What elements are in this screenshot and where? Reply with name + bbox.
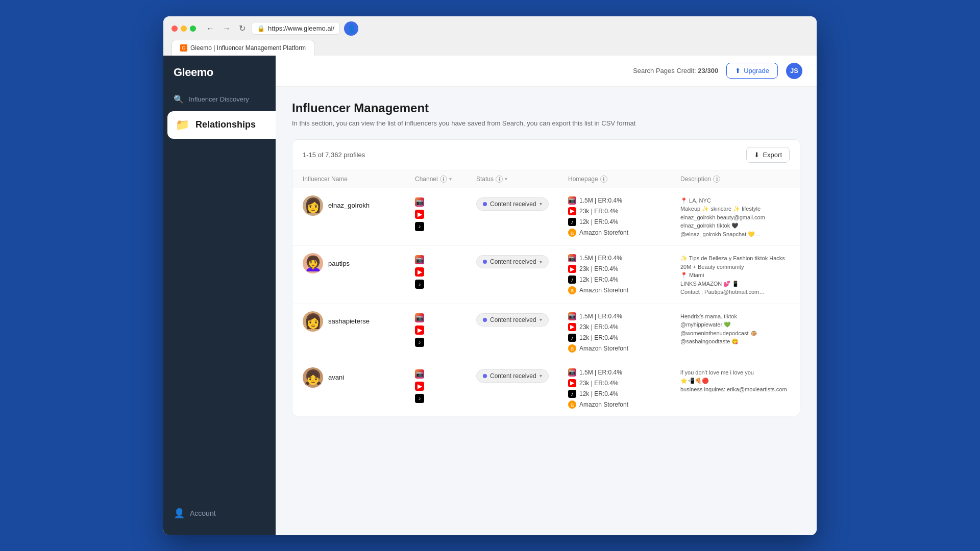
influencer-name[interactable]: avani [328,373,344,381]
channel-info-icon: ℹ [440,176,447,183]
maximize-button[interactable] [190,26,196,32]
discovery-icon: 🔍 [174,94,184,104]
channel-cell: 📷▶♪ [415,367,476,403]
status-caret: ▾ [540,317,542,322]
channel-sort-icon[interactable]: ▾ [449,176,452,182]
homepage-stat: 📷 1.5M | ER:0.4% [568,196,680,205]
tab-bar: G Gleemo | Influencer Management Platfor… [172,40,808,56]
status-cell: Content received ▾ [476,311,568,327]
description-info-icon: ℹ [713,176,720,183]
export-button[interactable]: ⬇ Export [746,147,790,163]
influencer-name[interactable]: pautips [328,260,350,267]
chrome-user-icon[interactable]: 👤 [344,21,358,36]
influencer-table: 1-15 of 7,362 profiles ⬇ Export Influenc… [292,139,800,416]
refresh-button[interactable]: ↻ [237,21,248,35]
address-bar[interactable]: 🔒 https://www.gleemo.ai/ [252,22,340,35]
status-label: Content received [490,372,536,380]
youtube-icon: ▶ [415,382,424,391]
relationships-icon: 📁 [176,118,189,132]
amazon-hp-icon: a [568,286,576,294]
youtube-hp-icon: ▶ [568,323,576,331]
avatar: 👧 [303,367,323,388]
browser-controls: ← → ↻ 🔒 https://www.gleemo.ai/ 👤 [172,21,808,36]
tiktok-icon: ♪ [415,280,424,289]
homepage-stat: 📷 1.5M | ER:0.4% [568,254,680,262]
status-cell: Content received ▾ [476,195,568,211]
channel-cell: 📷▶♪ [415,311,476,347]
homepage-cell: 📷 1.5M | ER:0.4% ▶ 23k | ER:0.4% ♪ 12k |… [568,195,680,237]
page-title: Influencer Management [292,101,800,115]
tiktok-hp-icon: ♪ [568,218,576,226]
account-icon: 👤 [174,508,185,519]
download-icon: ⬇ [754,151,760,159]
column-headers: Influencer Name Channel ℹ ▾ Status ℹ ▾ [292,170,800,188]
status-sort-icon[interactable]: ▾ [505,176,507,182]
lock-icon: 🔒 [257,25,265,32]
avatar: 👩 [303,311,323,332]
homepage-stat: ▶ 23k | ER:0.4% [568,323,680,331]
channel-cell: 📷▶♪ [415,195,476,231]
status-badge[interactable]: Content received ▾ [476,369,549,383]
col-header-description: Description ℹ [680,176,800,183]
status-dot [483,202,487,206]
close-button[interactable] [172,26,178,32]
youtube-icon: ▶ [415,325,424,335]
app-container: Gleemo 🔍 Influencer Discovery 📁 Relation… [163,56,817,535]
logo: Gleemo [163,66,276,89]
homepage-stat: a Amazon Storefont [568,400,680,409]
influencer-name-cell: 👧 avani [303,367,415,388]
amazon-hp-icon: a [568,344,576,353]
top-bar: Search Pages Credit: 23/300 ⬆ Upgrade JS [276,56,817,87]
homepage-cell: 📷 1.5M | ER:0.4% ▶ 23k | ER:0.4% ♪ 12k |… [568,367,680,409]
tiktok-hp-icon: ♪ [568,276,576,284]
influencer-name[interactable]: sashapieterse [328,317,370,325]
instagram-icon: 📷 [415,197,424,207]
user-avatar[interactable]: JS [786,63,802,79]
status-dot [483,318,487,322]
homepage-stat: ♪ 12k | ER:0.4% [568,334,680,342]
amazon-hp-icon: a [568,400,576,409]
table-row: 👩 elnaz_golrokh 📷▶♪ Content received ▾ 📷… [292,188,800,246]
homepage-cell: 📷 1.5M | ER:0.4% ▶ 23k | ER:0.4% ♪ 12k |… [568,253,680,294]
instagram-icon: 📷 [415,313,424,322]
homepage-stat: ▶ 23k | ER:0.4% [568,265,680,273]
status-badge[interactable]: Content received ▾ [476,313,549,327]
description-cell: ✨ Tips de Belleza y Fashion tiktok Hacks… [680,253,800,296]
status-badge[interactable]: Content received ▾ [476,255,549,268]
influencer-name-cell: 👩 sashapieterse [303,311,415,332]
back-button[interactable]: ← [204,22,216,35]
col-header-name: Influencer Name [303,176,415,183]
homepage-cell: 📷 1.5M | ER:0.4% ▶ 23k | ER:0.4% ♪ 12k |… [568,311,680,353]
homepage-stat: 📷 1.5M | ER:0.4% [568,312,680,320]
instagram-hp-icon: 📷 [568,254,576,262]
status-label: Content received [490,258,536,265]
upgrade-button[interactable]: ⬆ Upgrade [726,63,778,79]
homepage-stat: a Amazon Storefont [568,286,680,294]
minimize-button[interactable] [181,26,187,32]
status-dot [483,374,487,378]
sidebar-item-relationships[interactable]: 📁 Relationships [167,111,276,139]
status-caret: ▾ [540,201,542,207]
description-cell: 📍 LA, NYC Makeup ✨ skincare ✨ lifestyle … [680,195,800,239]
page-subtitle: In this section, you can view the list o… [292,119,800,127]
avatar: 👩‍🦱 [303,253,323,273]
influencer-name-cell: 👩‍🦱 pautips [303,253,415,273]
tiktok-icon: ♪ [415,338,424,347]
col-header-status: Status ℹ ▾ [476,176,568,183]
sidebar-item-account[interactable]: 👤 Account [163,502,276,525]
table-row: 👩 sashapieterse 📷▶♪ Content received ▾ 📷… [292,304,800,360]
forward-button[interactable]: → [220,22,233,35]
instagram-hp-icon: 📷 [568,368,576,377]
active-tab[interactable]: G Gleemo | Influencer Management Platfor… [172,40,314,56]
influencer-name[interactable]: elnaz_golrokh [328,202,370,209]
sidebar-item-influencer-discovery[interactable]: 🔍 Influencer Discovery [163,89,276,109]
sidebar-item-label: Influencer Discovery [189,95,249,103]
status-cell: Content received ▾ [476,253,568,268]
homepage-stat: ▶ 23k | ER:0.4% [568,207,680,215]
search-credit: Search Pages Credit: 23/300 [633,67,718,74]
status-badge[interactable]: Content received ▾ [476,197,549,211]
search-credit-label: Search Pages Credit: [633,67,696,74]
sidebar-spacer [163,141,276,502]
status-label: Content received [490,316,536,323]
main-content: Search Pages Credit: 23/300 ⬆ Upgrade JS… [276,56,817,535]
